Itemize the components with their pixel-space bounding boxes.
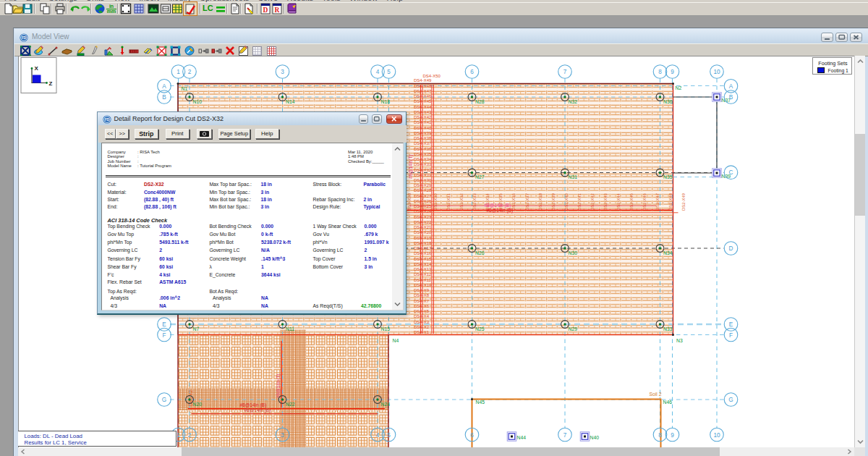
svg-text:DS2-X39: DS2-X39 — [550, 193, 555, 211]
svg-text:DS4-X16: DS4-X16 — [414, 251, 432, 256]
svg-text:DS4-X30: DS4-X30 — [414, 178, 432, 182]
svg-text:DS2-X30: DS2-X30 — [433, 193, 438, 211]
svg-text:DS4-X38: DS4-X38 — [414, 136, 432, 140]
svg-text:DS2-X42: DS2-X42 — [590, 193, 594, 211]
svg-text:N31: N31 — [568, 174, 577, 180]
svg-text:9: 9 — [671, 69, 674, 75]
svg-text:DS4-X39: DS4-X39 — [414, 131, 432, 135]
svg-text:DS4-X4: DS4-X4 — [414, 314, 430, 318]
svg-text:N26: N26 — [475, 250, 485, 256]
svg-text:DS4-X9: DS4-X9 — [414, 288, 430, 292]
svg-text:N40: N40 — [590, 435, 599, 440]
svg-text:1: 1 — [176, 69, 180, 75]
svg-text:DS4-X22: DS4-X22 — [414, 220, 432, 224]
svg-text:DS2-X29: DS2-X29 — [420, 193, 425, 211]
svg-text:DS4-X36: DS4-X36 — [414, 147, 432, 151]
svg-text:DS4-X7: DS4-X7 — [414, 299, 430, 303]
svg-text:4: 4 — [375, 69, 379, 75]
svg-text:10: 10 — [713, 69, 720, 75]
svg-text:N45: N45 — [475, 400, 485, 405]
svg-text:DS4-X34: DS4-X34 — [414, 157, 432, 161]
svg-text:DS4-X14: DS4-X14 — [414, 262, 432, 266]
svg-text:N33: N33 — [663, 326, 673, 332]
svg-text:DS2-X45: DS2-X45 — [629, 193, 633, 211]
svg-text:DS2-X37: DS2-X37 — [524, 193, 529, 211]
svg-text:C: C — [728, 169, 733, 176]
svg-text:10: 10 — [713, 432, 720, 439]
svg-text:G: G — [728, 397, 733, 403]
svg-text:N28: N28 — [475, 99, 485, 104]
svg-text:DS4-X5: DS4-X5 — [414, 309, 430, 313]
svg-text:DS2-X46: DS2-X46 — [642, 193, 646, 211]
svg-text:7: 7 — [563, 69, 566, 75]
svg-text:DS4-X1: DS4-X1 — [414, 330, 430, 334]
svg-text:DS4-X33: DS4-X33 — [414, 162, 432, 166]
svg-text:2: 2 — [187, 432, 191, 439]
svg-text:DS4-X18: DS4-X18 — [414, 241, 432, 245]
svg-text:DS4-X28: DS4-X28 — [414, 188, 432, 193]
svg-text:mm: mm — [107, 9, 116, 14]
svg-text:R: R — [275, 7, 280, 14]
svg-text:DS4-X20: DS4-X20 — [414, 230, 432, 235]
svg-text:DS4-X45: DS4-X45 — [414, 99, 432, 104]
svg-text:7: 7 — [563, 432, 566, 439]
svg-text:DS4-X8: DS4-X8 — [414, 293, 430, 297]
svg-text:FD: FD — [105, 118, 110, 122]
svg-text:N1: N1 — [181, 86, 187, 91]
svg-text:DS4-X47: DS4-X47 — [414, 89, 432, 93]
svg-text:DS2-X40: DS2-X40 — [563, 193, 568, 211]
svg-text:DS4-X37: DS4-X37 — [414, 141, 432, 145]
svg-text:DS4-X48: DS4-X48 — [414, 84, 432, 88]
svg-text:DS2-X32: DS2-X32 — [459, 193, 464, 211]
svg-text:X: X — [34, 65, 38, 72]
svg-text:DS4-X31: DS4-X31 — [414, 173, 432, 177]
svg-text:DS2-X28: DS2-X28 — [407, 193, 412, 211]
svg-text:DS4-X2: DS4-X2 — [414, 325, 430, 329]
svg-text:N29: N29 — [568, 326, 577, 332]
svg-text:6: 6 — [470, 69, 474, 75]
svg-text:DS2-X33: DS2-X33 — [472, 193, 477, 211]
svg-text:3: 3 — [281, 69, 284, 75]
svg-text:DS2-X49: DS2-X49 — [681, 193, 686, 211]
svg-text:DS4-X29: DS4-X29 — [414, 183, 432, 187]
svg-text:DS4-X3: DS4-X3 — [414, 320, 430, 324]
svg-text:5: 5 — [387, 432, 391, 439]
svg-text:#8@14in(T): #8@14in(T) — [407, 155, 413, 179]
svg-text:N18: N18 — [380, 99, 390, 104]
svg-text:N46: N46 — [663, 400, 672, 405]
svg-text:DS4-X21: DS4-X21 — [414, 225, 432, 229]
svg-text:N27: N27 — [475, 174, 485, 180]
svg-text:DS4-X32: DS4-X32 — [414, 168, 432, 172]
svg-text:4: 4 — [375, 432, 379, 439]
svg-text:DS4-X43: DS4-X43 — [414, 110, 432, 114]
svg-text:DS4-X19: DS4-X19 — [414, 236, 432, 240]
svg-text:DS2-X41: DS2-X41 — [576, 193, 581, 211]
svg-text:N32: N32 — [568, 99, 577, 104]
svg-text:N44: N44 — [516, 435, 526, 440]
svg-text:DS4-X23: DS4-X23 — [414, 215, 432, 219]
svg-text:in: in — [109, 4, 114, 9]
svg-text:N25: N25 — [475, 326, 485, 332]
svg-text:DS4-X50: DS4-X50 — [422, 74, 441, 78]
svg-text:DS4-X6: DS4-X6 — [414, 304, 430, 308]
svg-text:DS4-X12: DS4-X12 — [414, 272, 432, 276]
svg-text:Z: Z — [48, 80, 52, 87]
svg-text:DS2-X44: DS2-X44 — [616, 193, 620, 211]
svg-text:DS4-X40: DS4-X40 — [414, 126, 432, 130]
svg-text:DS2-X43: DS2-X43 — [603, 193, 607, 211]
svg-text:DS2-X38: DS2-X38 — [537, 193, 542, 211]
svg-text:1: 1 — [176, 432, 180, 439]
svg-text:N36: N36 — [663, 99, 673, 104]
svg-text:N10: N10 — [192, 99, 202, 104]
svg-text:DS2-X48: DS2-X48 — [668, 193, 673, 211]
svg-text:DS4-X46: DS4-X46 — [414, 94, 432, 98]
svg-text:D: D — [728, 245, 733, 252]
svg-text:DS4-X35: DS4-X35 — [414, 152, 432, 156]
svg-text:DS2-X47: DS2-X47 — [655, 193, 660, 211]
svg-text:N34: N34 — [663, 250, 673, 256]
svg-text:N35: N35 — [663, 174, 673, 180]
svg-text:A: A — [162, 83, 166, 90]
svg-text:N3: N3 — [676, 338, 683, 343]
svg-text:8: 8 — [658, 69, 662, 75]
svg-text:DS4-X13: DS4-X13 — [414, 267, 432, 271]
